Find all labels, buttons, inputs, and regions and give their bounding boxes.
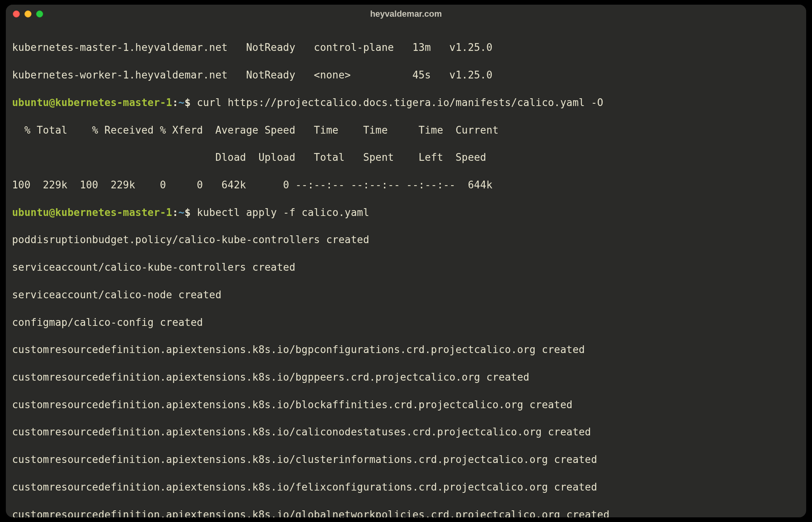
prompt-sigil: $ xyxy=(185,97,191,108)
output-line: customresourcedefinition.apiextensions.k… xyxy=(12,508,800,517)
output-line: customresourcedefinition.apiextensions.k… xyxy=(12,371,800,384)
output-line: customresourcedefinition.apiextensions.k… xyxy=(12,453,800,466)
command-text: curl https://projectcalico.docs.tigera.i… xyxy=(197,97,603,108)
prompt-sep: : xyxy=(172,207,178,218)
output-line: poddisruptionbudget.policy/calico-kube-c… xyxy=(12,233,800,247)
prompt-path: ~ xyxy=(178,207,185,218)
prompt-sep: : xyxy=(172,97,178,108)
prompt-line: ubuntu@kubernetes-master-1:~$ curl https… xyxy=(12,96,800,110)
output-line: kubernetes-master-1.heyvaldemar.net NotR… xyxy=(12,41,800,54)
titlebar[interactable]: heyvaldemar.com xyxy=(6,5,806,23)
window-title: heyvaldemar.com xyxy=(6,9,806,19)
output-line: customresourcedefinition.apiextensions.k… xyxy=(12,398,800,412)
close-icon[interactable] xyxy=(13,10,20,17)
traffic-lights xyxy=(13,10,43,17)
minimize-icon[interactable] xyxy=(24,10,31,17)
zoom-icon[interactable] xyxy=(36,10,43,17)
output-line: customresourcedefinition.apiextensions.k… xyxy=(12,343,800,357)
output-line: serviceaccount/calico-node created xyxy=(12,288,800,302)
prompt-line: ubuntu@kubernetes-master-1:~$ kubectl ap… xyxy=(12,206,800,219)
output-line: serviceaccount/calico-kube-controllers c… xyxy=(12,261,800,274)
prompt-sigil: $ xyxy=(185,207,191,218)
output-line: customresourcedefinition.apiextensions.k… xyxy=(12,480,800,494)
terminal-window: heyvaldemar.com kubernetes-master-1.heyv… xyxy=(6,5,806,517)
prompt-path: ~ xyxy=(178,97,185,108)
prompt-user-host: ubuntu@kubernetes-master-1 xyxy=(12,207,172,218)
output-line: customresourcedefinition.apiextensions.k… xyxy=(12,425,800,439)
output-line: % Total % Received % Xferd Average Speed… xyxy=(12,124,800,137)
output-line: 100 229k 100 229k 0 0 642k 0 --:--:-- --… xyxy=(12,178,800,192)
terminal-body[interactable]: kubernetes-master-1.heyvaldemar.net NotR… xyxy=(6,23,806,517)
output-line: configmap/calico-config created xyxy=(12,316,800,329)
output-line: Dload Upload Total Spent Left Speed xyxy=(12,151,800,164)
prompt-user-host: ubuntu@kubernetes-master-1 xyxy=(12,97,172,108)
command-text: kubectl apply -f calico.yaml xyxy=(197,207,369,218)
output-line: kubernetes-worker-1.heyvaldemar.net NotR… xyxy=(12,68,800,82)
